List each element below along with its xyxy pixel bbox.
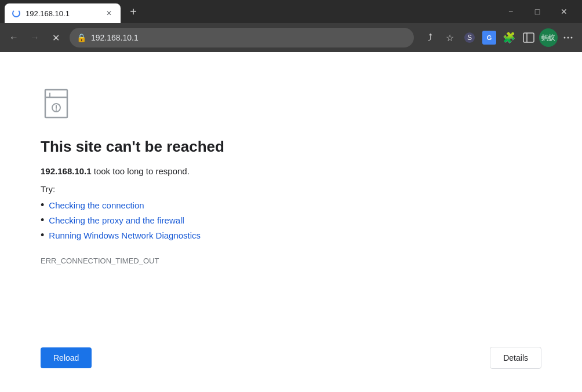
loading-spinner — [12, 9, 20, 17]
svg-rect-2 — [523, 33, 534, 42]
error-description-suffix: took too long to respond. — [92, 166, 190, 176]
window-controls: − □ ✕ — [497, 2, 577, 21]
tab-close-button[interactable]: ✕ — [104, 9, 114, 18]
profile-button[interactable]: 蚂蚁 — [539, 28, 558, 47]
browser-chrome: 192.168.10.1 ✕ + − □ ✕ ← → ✕ 🔒 192.168.1… — [0, 0, 582, 52]
sidebar-button[interactable] — [519, 28, 538, 47]
ext-g-icon: G — [482, 31, 496, 45]
reload-button[interactable]: Reload — [41, 347, 92, 368]
svg-text:S: S — [467, 34, 472, 42]
suggestion-item-2: Checking the proxy and the firewall — [41, 213, 541, 228]
svg-point-6 — [571, 37, 573, 39]
svg-point-4 — [564, 37, 566, 39]
checking-proxy-link[interactable]: Checking the proxy and the firewall — [49, 215, 184, 225]
ext-s-icon: S — [464, 32, 475, 43]
favorites-button[interactable]: ☆ — [441, 28, 459, 47]
checking-connection-link[interactable]: Checking the connection — [49, 200, 144, 210]
sidebar-icon — [523, 32, 534, 43]
minimize-button[interactable]: − — [497, 2, 524, 21]
menu-icon — [563, 32, 573, 43]
share-button[interactable]: ⤴ — [421, 28, 439, 47]
forward-button[interactable]: → — [26, 28, 44, 47]
error-ip: 192.168.10.1 — [41, 166, 92, 176]
suggestion-item-3: Running Windows Network Diagnostics — [41, 228, 541, 243]
ext-g-button[interactable]: G — [480, 28, 499, 47]
window-close-button[interactable]: ✕ — [551, 2, 577, 21]
menu-button[interactable] — [559, 28, 577, 47]
error-code: ERR_CONNECTION_TIMED_OUT — [41, 257, 541, 265]
page-actions: Reload Details — [41, 335, 541, 369]
new-tab-button[interactable]: + — [125, 3, 141, 20]
extensions-button[interactable]: 🧩 — [500, 28, 518, 47]
error-title: This site can't be reached — [41, 138, 541, 156]
error-description: 192.168.10.1 took too long to respond. — [41, 166, 541, 176]
svg-point-5 — [568, 37, 569, 39]
error-icon — [41, 87, 541, 124]
maximize-button[interactable]: □ — [524, 2, 551, 21]
tab-bar: 192.168.10.1 ✕ + − □ ✕ — [0, 0, 582, 23]
suggestions-list: Checking the connection Checking the pro… — [41, 197, 541, 243]
suggestion-item-1: Checking the connection — [41, 197, 541, 213]
address-text: 192.168.10.1 — [91, 33, 407, 42]
navigation-bar: ← → ✕ 🔒 192.168.10.1 ⤴ ☆ S G 🧩 — [0, 23, 582, 52]
error-page-icon — [41, 87, 75, 122]
svg-point-12 — [56, 109, 57, 111]
toolbar-icons: ⤴ ☆ S G 🧩 蚂蚁 — [421, 28, 577, 47]
details-button[interactable]: Details — [490, 347, 541, 369]
address-bar[interactable]: 🔒 192.168.10.1 — [70, 28, 414, 47]
ext-s-button[interactable]: S — [460, 28, 479, 47]
back-button[interactable]: ← — [5, 28, 23, 47]
try-label: Try: — [41, 184, 541, 194]
windows-network-diagnostics-link[interactable]: Running Windows Network Diagnostics — [49, 230, 201, 240]
tab-favicon — [12, 9, 21, 18]
stop-button[interactable]: ✕ — [46, 28, 65, 47]
tab-title: 192.168.10.1 — [26, 9, 100, 18]
lock-icon: 🔒 — [77, 33, 86, 42]
error-page: This site can't be reached 192.168.10.1 … — [0, 52, 582, 392]
active-tab[interactable]: 192.168.10.1 ✕ — [5, 3, 121, 23]
